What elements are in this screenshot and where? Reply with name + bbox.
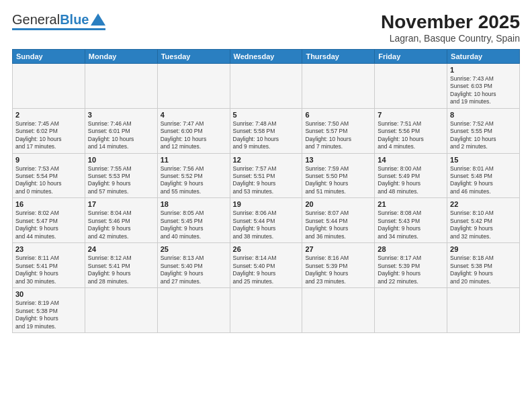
logo-general: General <box>12 12 60 28</box>
day-info: Sunrise: 8:05 AM Sunset: 5:45 PM Dayligh… <box>161 210 227 240</box>
calendar-week-1: 1Sunrise: 7:43 AM Sunset: 6:03 PM Daylig… <box>13 63 520 108</box>
day-number: 7 <box>378 111 444 119</box>
day-number: 14 <box>378 156 444 164</box>
calendar-day: 6Sunrise: 7:50 AM Sunset: 5:57 PM Daylig… <box>302 108 375 153</box>
calendar-day: 3Sunrise: 7:46 AM Sunset: 6:01 PM Daylig… <box>85 108 157 153</box>
day-number: 30 <box>15 290 82 298</box>
calendar-header-monday: Monday <box>85 49 157 63</box>
calendar-table: SundayMondayTuesdayWednesdayThursdayFrid… <box>12 49 520 333</box>
calendar-day: 28Sunrise: 8:17 AM Sunset: 5:39 PM Dayli… <box>375 243 447 288</box>
calendar-week-3: 9Sunrise: 7:53 AM Sunset: 5:54 PM Daylig… <box>13 153 520 198</box>
calendar-day <box>157 63 230 108</box>
day-info: Sunrise: 7:50 AM Sunset: 5:57 PM Dayligh… <box>305 120 371 151</box>
day-number: 11 <box>161 156 227 164</box>
day-number: 10 <box>88 156 154 164</box>
calendar-day <box>13 63 85 108</box>
day-info: Sunrise: 7:59 AM Sunset: 5:50 PM Dayligh… <box>305 165 371 196</box>
day-number: 24 <box>88 245 154 253</box>
day-number: 26 <box>233 245 300 253</box>
day-number: 22 <box>450 200 517 208</box>
calendar-day: 8Sunrise: 7:52 AM Sunset: 5:55 PM Daylig… <box>447 108 520 153</box>
day-number: 9 <box>15 156 82 164</box>
calendar-day <box>447 288 520 333</box>
title-section: November 2025 Lagran, Basque Country, Sp… <box>381 12 520 44</box>
calendar-day: 12Sunrise: 7:57 AM Sunset: 5:51 PM Dayli… <box>230 153 302 198</box>
calendar-day <box>85 63 157 108</box>
calendar-header-thursday: Thursday <box>302 49 375 63</box>
calendar-day: 23Sunrise: 8:11 AM Sunset: 5:41 PM Dayli… <box>13 243 85 288</box>
calendar-day: 29Sunrise: 8:18 AM Sunset: 5:38 PM Dayli… <box>447 243 520 288</box>
day-info: Sunrise: 7:47 AM Sunset: 6:00 PM Dayligh… <box>161 120 227 151</box>
calendar-week-5: 23Sunrise: 8:11 AM Sunset: 5:41 PM Dayli… <box>13 243 520 288</box>
calendar-day: 4Sunrise: 7:47 AM Sunset: 6:00 PM Daylig… <box>157 108 230 153</box>
day-number: 17 <box>88 200 154 208</box>
calendar-day: 22Sunrise: 8:10 AM Sunset: 5:42 PM Dayli… <box>447 198 520 243</box>
day-info: Sunrise: 7:43 AM Sunset: 6:03 PM Dayligh… <box>450 75 517 106</box>
day-number: 13 <box>305 156 371 164</box>
calendar-week-6: 30Sunrise: 8:19 AM Sunset: 5:38 PM Dayli… <box>13 288 520 333</box>
calendar-day: 2Sunrise: 7:45 AM Sunset: 6:02 PM Daylig… <box>13 108 85 153</box>
day-number: 27 <box>305 245 371 253</box>
day-number: 28 <box>378 245 444 253</box>
day-info: Sunrise: 7:56 AM Sunset: 5:52 PM Dayligh… <box>161 165 227 196</box>
day-info: Sunrise: 8:19 AM Sunset: 5:38 PM Dayligh… <box>15 300 82 330</box>
calendar-week-4: 16Sunrise: 8:02 AM Sunset: 5:47 PM Dayli… <box>13 198 520 243</box>
day-number: 25 <box>161 245 227 253</box>
day-info: Sunrise: 7:46 AM Sunset: 6:01 PM Dayligh… <box>88 120 154 151</box>
day-info: Sunrise: 8:17 AM Sunset: 5:39 PM Dayligh… <box>378 255 444 285</box>
calendar-day <box>375 288 447 333</box>
logo-icon <box>91 12 105 27</box>
day-info: Sunrise: 7:55 AM Sunset: 5:53 PM Dayligh… <box>88 165 154 196</box>
calendar-header-saturday: Saturday <box>447 49 520 63</box>
calendar-day: 7Sunrise: 7:51 AM Sunset: 5:56 PM Daylig… <box>375 108 447 153</box>
calendar-day <box>230 63 302 108</box>
calendar-day: 21Sunrise: 8:08 AM Sunset: 5:43 PM Dayli… <box>375 198 447 243</box>
day-number: 21 <box>378 200 444 208</box>
day-number: 15 <box>450 156 517 164</box>
day-info: Sunrise: 8:13 AM Sunset: 5:40 PM Dayligh… <box>161 255 227 285</box>
logo-underline <box>12 28 105 30</box>
calendar-day <box>375 63 447 108</box>
calendar-day <box>302 63 375 108</box>
day-info: Sunrise: 8:06 AM Sunset: 5:44 PM Dayligh… <box>233 210 300 240</box>
calendar-day: 19Sunrise: 8:06 AM Sunset: 5:44 PM Dayli… <box>230 198 302 243</box>
calendar-day <box>230 288 302 333</box>
day-info: Sunrise: 7:52 AM Sunset: 5:55 PM Dayligh… <box>450 120 517 151</box>
calendar-day: 11Sunrise: 7:56 AM Sunset: 5:52 PM Dayli… <box>157 153 230 198</box>
calendar-day: 20Sunrise: 8:07 AM Sunset: 5:44 PM Dayli… <box>302 198 375 243</box>
calendar-header-row: SundayMondayTuesdayWednesdayThursdayFrid… <box>13 49 520 63</box>
day-number: 5 <box>233 111 300 119</box>
day-info: Sunrise: 7:45 AM Sunset: 6:02 PM Dayligh… <box>15 120 82 151</box>
day-info: Sunrise: 8:16 AM Sunset: 5:39 PM Dayligh… <box>305 255 371 285</box>
day-info: Sunrise: 8:00 AM Sunset: 5:49 PM Dayligh… <box>378 165 444 196</box>
svg-marker-0 <box>91 13 105 26</box>
header: General Blue November 2025 Lagran, Basqu… <box>12 12 520 44</box>
day-info: Sunrise: 8:11 AM Sunset: 5:41 PM Dayligh… <box>15 255 82 285</box>
day-number: 20 <box>305 200 371 208</box>
calendar-header-friday: Friday <box>375 49 447 63</box>
day-info: Sunrise: 8:14 AM Sunset: 5:40 PM Dayligh… <box>233 255 300 285</box>
day-number: 12 <box>233 156 300 164</box>
calendar-day: 14Sunrise: 8:00 AM Sunset: 5:49 PM Dayli… <box>375 153 447 198</box>
day-info: Sunrise: 7:57 AM Sunset: 5:51 PM Dayligh… <box>233 165 300 196</box>
calendar-header-wednesday: Wednesday <box>230 49 302 63</box>
calendar-day: 24Sunrise: 8:12 AM Sunset: 5:41 PM Dayli… <box>85 243 157 288</box>
calendar-day: 17Sunrise: 8:04 AM Sunset: 5:46 PM Dayli… <box>85 198 157 243</box>
calendar-day: 10Sunrise: 7:55 AM Sunset: 5:53 PM Dayli… <box>85 153 157 198</box>
calendar-day: 27Sunrise: 8:16 AM Sunset: 5:39 PM Dayli… <box>302 243 375 288</box>
calendar-day: 9Sunrise: 7:53 AM Sunset: 5:54 PM Daylig… <box>13 153 85 198</box>
logo-name-row: General Blue <box>12 12 105 28</box>
day-number: 3 <box>88 111 154 119</box>
day-info: Sunrise: 7:53 AM Sunset: 5:54 PM Dayligh… <box>15 165 82 196</box>
calendar-day: 5Sunrise: 7:48 AM Sunset: 5:58 PM Daylig… <box>230 108 302 153</box>
calendar-day: 16Sunrise: 8:02 AM Sunset: 5:47 PM Dayli… <box>13 198 85 243</box>
day-number: 1 <box>450 66 517 74</box>
month-title: November 2025 <box>381 12 520 33</box>
day-number: 29 <box>450 245 517 253</box>
day-info: Sunrise: 8:07 AM Sunset: 5:44 PM Dayligh… <box>305 210 371 240</box>
calendar-day: 30Sunrise: 8:19 AM Sunset: 5:38 PM Dayli… <box>13 288 85 333</box>
day-info: Sunrise: 8:04 AM Sunset: 5:46 PM Dayligh… <box>88 210 154 240</box>
calendar-day <box>85 288 157 333</box>
day-info: Sunrise: 8:01 AM Sunset: 5:48 PM Dayligh… <box>450 165 517 196</box>
calendar-day: 26Sunrise: 8:14 AM Sunset: 5:40 PM Dayli… <box>230 243 302 288</box>
